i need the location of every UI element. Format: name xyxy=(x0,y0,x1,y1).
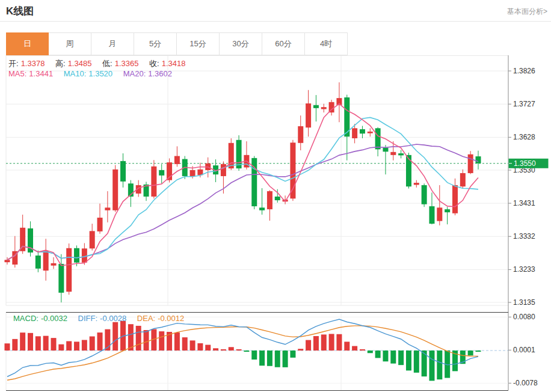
svg-text:0.0001: 0.0001 xyxy=(513,346,535,354)
header-divider xyxy=(0,21,551,22)
svg-text:1.3727: 1.3727 xyxy=(513,100,535,108)
tab-60min[interactable]: 60分 xyxy=(262,32,305,55)
period-tabs: 日周月5分15分30分60分4时 xyxy=(6,32,348,55)
tab-4hour[interactable]: 4时 xyxy=(305,32,348,55)
chart-canvas[interactable]: 1.38261.37271.36281.35301.34311.33321.32… xyxy=(0,55,551,392)
svg-text:-0.0078: -0.0078 xyxy=(513,379,538,387)
svg-text:1.3233: 1.3233 xyxy=(513,265,535,274)
svg-text:1.3628: 1.3628 xyxy=(513,133,535,141)
tab-5min[interactable]: 5分 xyxy=(134,32,177,55)
page-title: K线图 xyxy=(6,4,34,18)
fundamental-analysis-link[interactable]: 基本面分析> xyxy=(507,7,547,17)
tab-day[interactable]: 日 xyxy=(6,32,49,55)
svg-text:1.3332: 1.3332 xyxy=(513,232,535,240)
kline-chart[interactable]: 1.38261.37271.36281.35301.34311.33321.32… xyxy=(0,55,551,392)
tab-month[interactable]: 月 xyxy=(91,32,134,55)
tab-30min[interactable]: 30分 xyxy=(220,32,262,55)
tab-15min[interactable]: 15分 xyxy=(177,32,220,55)
svg-text:1.3431: 1.3431 xyxy=(513,199,535,207)
svg-text:1.3135: 1.3135 xyxy=(513,298,535,307)
kline-page: K线图 基本面分析> 日周月5分15分30分60分4时 1.38261.3727… xyxy=(0,0,551,392)
svg-text:1.3550: 1.3550 xyxy=(514,159,536,168)
tab-week[interactable]: 周 xyxy=(49,32,91,55)
svg-text:0.0080: 0.0080 xyxy=(513,313,535,321)
svg-text:1.3826: 1.3826 xyxy=(513,67,535,75)
